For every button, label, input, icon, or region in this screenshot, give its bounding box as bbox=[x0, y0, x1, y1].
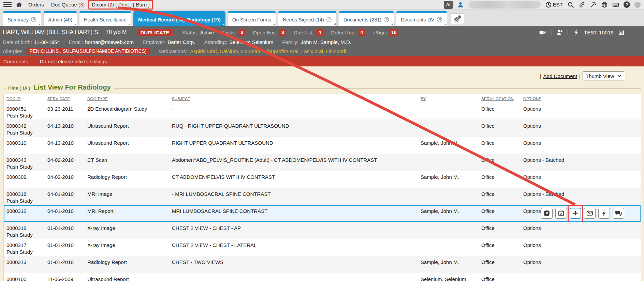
external-link-icon[interactable] bbox=[326, 17, 332, 22]
email-button[interactable] bbox=[584, 208, 596, 219]
chevron-down-icon bbox=[617, 74, 622, 78]
search-icon[interactable] bbox=[567, 1, 574, 8]
video-camera-icon[interactable] bbox=[539, 29, 546, 36]
doc-id-sub: Push Study bbox=[6, 112, 43, 119]
external-link-icon[interactable] bbox=[437, 17, 442, 22]
counter-label: Due List: bbox=[294, 30, 314, 35]
flowsheet-chart-icon[interactable] bbox=[618, 29, 625, 36]
demographic-value: Selenium Selenium bbox=[229, 39, 273, 45]
table-row: 0000451Push Study03-23-20112D Echocardio… bbox=[4, 103, 641, 120]
globe-icon[interactable] bbox=[601, 1, 608, 8]
link-icon[interactable] bbox=[579, 1, 585, 8]
add-person-icon[interactable] bbox=[556, 29, 563, 36]
chat-bubbles-icon bbox=[615, 210, 622, 217]
cell-serv-date: 11-06-2009 bbox=[45, 273, 85, 281]
counter-order-req-[interactable]: Order Req:4 bbox=[331, 29, 365, 36]
calendar-check-icon bbox=[558, 210, 565, 217]
options-link[interactable]: Options bbox=[523, 140, 541, 146]
patient-age-sex: 70 y/o M bbox=[106, 29, 127, 35]
doc-id: 0000313 bbox=[6, 259, 43, 266]
keyboard-icon[interactable] bbox=[612, 1, 619, 8]
home-icon[interactable] bbox=[16, 1, 23, 8]
external-link-icon[interactable] bbox=[383, 17, 389, 22]
cell-by bbox=[418, 120, 479, 137]
options-link[interactable]: Options bbox=[523, 242, 541, 248]
table-header-row: DOC IDSERV DATEDOC TYPESUBJECTBYSERV LOC… bbox=[4, 94, 641, 103]
user-icon[interactable] bbox=[457, 1, 464, 8]
tab-summary[interactable]: Summary bbox=[3, 11, 41, 26]
tab-health-surveillance[interactable]: Health Surveillance bbox=[79, 11, 131, 26]
schedule-button[interactable] bbox=[555, 208, 567, 219]
view-select[interactable]: Thumb View bbox=[583, 72, 624, 80]
cell-options bbox=[521, 273, 641, 281]
counter-tasks-[interactable]: Tasks:3 bbox=[222, 29, 246, 36]
nav-label: Doc Queue bbox=[51, 2, 77, 7]
wand-icon[interactable] bbox=[590, 1, 597, 8]
cell-serv-location: Office bbox=[479, 222, 521, 239]
column-header-options[interactable]: OPTIONS bbox=[521, 97, 641, 101]
options-link[interactable]: Options bbox=[523, 106, 541, 112]
column-header-by[interactable]: BY bbox=[418, 97, 479, 101]
options-link[interactable]: Options - Batched bbox=[523, 191, 564, 197]
demographic-value: John M. Sample, M.D. bbox=[301, 39, 351, 45]
tab-settings-button[interactable] bbox=[451, 13, 464, 24]
doc-id: 0000342 bbox=[6, 123, 43, 129]
cell-serv-location: Office bbox=[479, 256, 521, 273]
column-header-doc-id[interactable]: DOC ID bbox=[4, 97, 45, 101]
tab-admin-40-[interactable]: Admin (40) bbox=[43, 11, 77, 26]
doc-id: 0000309 bbox=[6, 174, 43, 181]
timezone-indicator[interactable]: EST bbox=[545, 1, 563, 8]
cell-subject bbox=[169, 273, 418, 281]
cell-subject: - MRI LUMBOSACRAL SPINE CONTRAST bbox=[169, 188, 418, 205]
nav-item-doc-queue[interactable]: Doc Queue (3) bbox=[50, 1, 86, 8]
cell-serv-date: 01-01-2010 bbox=[45, 239, 85, 256]
ai-badge[interactable]: AI bbox=[444, 1, 453, 9]
quick-action-button[interactable] bbox=[598, 208, 610, 219]
tab-needs-signed-14-[interactable]: Needs Signed (14) bbox=[278, 11, 337, 26]
tab-documents-281-[interactable]: Documents (281) bbox=[339, 11, 394, 26]
nav-item-dicom[interactable]: Dicom (2) [ Print ] [ Burn ] bbox=[91, 1, 150, 8]
options-link[interactable]: Options bbox=[523, 208, 541, 214]
tab-medical-record-74-radiology-19-[interactable]: Medical Record (74):Radiology (19) bbox=[133, 11, 225, 26]
duplicate-badge[interactable]: DUPLICATE bbox=[137, 29, 173, 36]
doc-id-sub: Push Study bbox=[6, 249, 43, 255]
comment-button[interactable] bbox=[613, 208, 624, 219]
column-header-serv-date[interactable]: SERV DATE bbox=[45, 97, 85, 101]
counter-esign-[interactable]: eSign:10 bbox=[373, 29, 398, 36]
options-link[interactable]: Options bbox=[523, 225, 541, 231]
tab-label: Summary bbox=[8, 17, 29, 22]
options-link[interactable]: Options bbox=[523, 123, 541, 129]
add-document-link[interactable]: Add Document bbox=[543, 73, 577, 79]
radiology-document-table: DOC IDSERV DATEDOC TYPESUBJECTBYSERV LOC… bbox=[3, 94, 641, 281]
cell-by: Sample, John M. bbox=[418, 137, 479, 154]
topbar-right-cluster: AI EST ? bbox=[444, 1, 641, 9]
quick-action-bolt-icon[interactable] bbox=[573, 29, 580, 36]
options-link[interactable]: Options - Batched bbox=[523, 157, 564, 163]
cell-subject: CHEST - TWO VIEWS bbox=[169, 256, 418, 273]
column-header-serv-location[interactable]: SERV LOCATION bbox=[479, 97, 521, 101]
allergies-badge[interactable]: PENICILLINS , SULFA(SULFONAMIDE ANTIBIOT… bbox=[27, 48, 150, 54]
column-header-doc-type[interactable]: DOC TYPE bbox=[85, 97, 169, 101]
counter-open-enc-[interactable]: Open Enc:3 bbox=[253, 29, 286, 36]
hide-link[interactable]: Hide ( 19 ) bbox=[8, 85, 30, 91]
options-link[interactable]: Options bbox=[523, 259, 541, 265]
nav-count: (2) bbox=[106, 2, 114, 7]
doc-id: 0000343 bbox=[6, 157, 43, 163]
hamburger-menu-icon[interactable] bbox=[3, 2, 12, 7]
nav-item-orders[interactable]: Orders bbox=[27, 1, 45, 8]
redacted-user-name bbox=[468, 1, 541, 9]
help-icon[interactable]: ? bbox=[624, 1, 630, 8]
cell-options: Options - Batched bbox=[521, 188, 641, 205]
column-header-subject[interactable]: SUBJECT bbox=[169, 97, 418, 101]
tab-on-screen-forms[interactable]: On Screen Forms bbox=[228, 11, 276, 26]
counter-due-list-[interactable]: Due List:4 bbox=[294, 29, 323, 36]
counter-badge: 4 bbox=[358, 29, 365, 36]
add-button[interactable] bbox=[570, 208, 581, 219]
open-document-button[interactable] bbox=[541, 208, 553, 219]
medications-label: Medications: bbox=[159, 48, 187, 54]
external-link-icon[interactable] bbox=[31, 17, 36, 22]
cell-doc-type: CT Scan bbox=[85, 154, 169, 171]
tab-documents-dv[interactable]: Documents-DV bbox=[396, 11, 447, 26]
options-link[interactable]: Options bbox=[523, 174, 541, 180]
cell-serv-location: Office bbox=[479, 154, 521, 171]
